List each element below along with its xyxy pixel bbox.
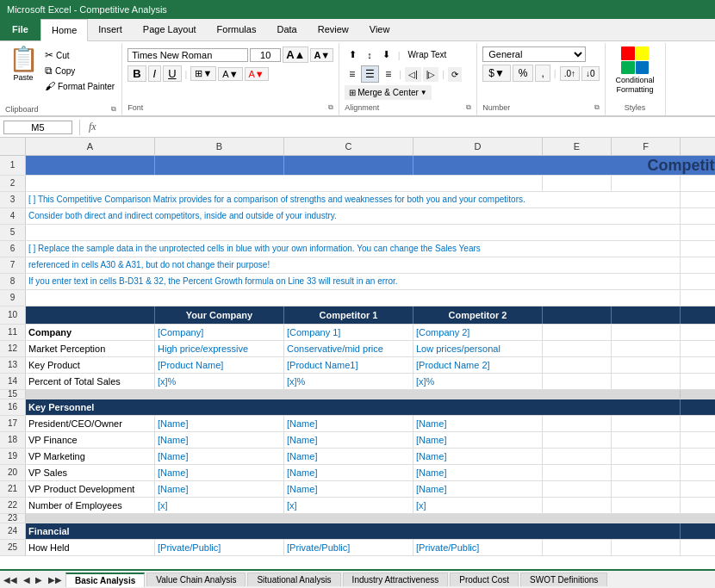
align-center-button[interactable]: ☰ — [361, 65, 379, 83]
cell[interactable]: Percent of Total Sales — [26, 374, 155, 389]
cell[interactable]: [x] — [284, 498, 413, 513]
cell-info[interactable]: referenced in cells A30 & A31, but do no… — [26, 257, 681, 273]
indent-decrease-button[interactable]: ◁| — [405, 67, 421, 82]
alignment-expand-icon[interactable]: ⧉ — [466, 103, 471, 112]
bold-button[interactable]: B — [127, 65, 146, 82]
cell[interactable] — [26, 156, 155, 175]
cell-header-competitor2[interactable]: Competitor 2 — [413, 306, 543, 324]
col-header-a[interactable]: A — [26, 138, 155, 155]
tab-home[interactable]: Home — [40, 19, 88, 41]
cell[interactable] — [612, 416, 681, 431]
cell[interactable]: VP Marketing — [26, 449, 155, 464]
col-header-f[interactable]: F — [612, 138, 681, 155]
cell[interactable]: [Company 2] — [413, 325, 543, 340]
indent-increase-button[interactable]: |▷ — [423, 67, 439, 82]
orientation-button[interactable]: ⟳ — [448, 67, 462, 82]
col-header-e[interactable]: E — [543, 138, 612, 155]
cell[interactable] — [26, 290, 681, 306]
cell[interactable] — [612, 374, 681, 389]
tab-page-layout[interactable]: Page Layout — [133, 18, 207, 40]
merge-center-button[interactable]: ⊞ Merge & Center ▼ — [345, 85, 432, 100]
cell[interactable]: [Product Name 2] — [413, 357, 543, 373]
cell[interactable] — [26, 306, 155, 324]
cell[interactable]: VP Finance — [26, 432, 155, 448]
cell[interactable]: [Name] — [155, 432, 284, 448]
cell[interactable]: Market Perception — [26, 341, 155, 356]
cell[interactable]: [Private/Public] — [284, 540, 413, 555]
clipboard-expand-icon[interactable]: ⧉ — [111, 105, 116, 114]
font-expand-icon[interactable]: ⧉ — [328, 103, 333, 112]
cell[interactable] — [612, 306, 681, 324]
decrease-decimal-button[interactable]: ↓0 — [581, 66, 600, 81]
cell[interactable] — [543, 432, 612, 448]
percent-button[interactable]: % — [513, 65, 534, 82]
underline-button[interactable]: U — [163, 65, 181, 82]
cell[interactable]: [Name] — [155, 449, 284, 464]
cell[interactable]: [Private/Public] — [155, 540, 284, 555]
cell-section[interactable]: Key Personnel — [26, 399, 681, 415]
cell[interactable]: [x]% — [413, 374, 543, 389]
tab-nav-last[interactable]: ▶▶ — [45, 575, 65, 585]
cell[interactable] — [155, 156, 284, 175]
cell-header-your-company[interactable]: Your Company — [155, 306, 284, 324]
cell[interactable]: [Name] — [155, 481, 284, 497]
cell[interactable] — [612, 481, 681, 497]
align-top-button[interactable]: ⬆ — [345, 46, 361, 63]
cell[interactable]: [Name] — [413, 416, 543, 431]
cell[interactable]: [x] — [413, 498, 543, 513]
sheet-tab-swot[interactable]: SWOT Definitions — [520, 573, 607, 586]
cell[interactable] — [26, 176, 543, 191]
align-left-button[interactable]: ≡ — [345, 65, 359, 83]
cell[interactable]: [Name] — [413, 432, 543, 448]
sheet-tab-industry[interactable]: Industry Attractiveness — [343, 573, 449, 586]
cell[interactable] — [612, 176, 681, 191]
tab-review[interactable]: Review — [308, 18, 359, 40]
paste-button[interactable]: 📋 Paste — [5, 45, 41, 84]
wrap-text-button[interactable]: Wrap Text — [404, 47, 451, 62]
increase-decimal-button[interactable]: .0↑ — [560, 66, 580, 81]
cell[interactable] — [543, 416, 612, 431]
cell[interactable] — [26, 390, 681, 399]
format-painter-button[interactable]: 🖌 Format Painter — [43, 79, 116, 93]
font-size-input[interactable] — [250, 48, 281, 62]
cut-button[interactable]: ✂ Cut — [43, 48, 116, 62]
cell[interactable]: [Name] — [284, 481, 413, 497]
cell[interactable]: Low prices/personal — [413, 341, 543, 356]
formula-input[interactable] — [102, 121, 715, 133]
cell-financial-section[interactable]: Financial — [26, 523, 681, 539]
col-header-b[interactable]: B — [155, 138, 284, 155]
cell-info[interactable]: If you enter text in cells B-D31 & 32, t… — [26, 274, 681, 289]
cell[interactable]: High price/expressive — [155, 341, 284, 356]
col-header-d[interactable]: D — [413, 138, 543, 155]
cell[interactable]: [Name] — [413, 449, 543, 464]
cell[interactable]: [x]% — [284, 374, 413, 389]
cell-info[interactable]: [ ] Replace the sample data in the unpro… — [26, 241, 681, 257]
cell-info[interactable]: [ ] This Competitive Comparison Matrix p… — [26, 192, 681, 207]
fill-color-button[interactable]: A▼ — [218, 67, 242, 81]
cell[interactable]: [Name] — [284, 449, 413, 464]
cell[interactable] — [612, 540, 681, 555]
cell[interactable]: [Name] — [413, 465, 543, 480]
cell[interactable] — [543, 341, 612, 356]
cell[interactable]: Key Product — [26, 357, 155, 373]
cell[interactable] — [26, 514, 681, 523]
tab-nav-fwd[interactable]: ▶ — [33, 575, 45, 585]
cell[interactable] — [612, 465, 681, 480]
cell[interactable] — [612, 357, 681, 373]
cell[interactable] — [612, 498, 681, 513]
cell[interactable]: [Company] — [155, 325, 284, 340]
font-name-input[interactable] — [127, 48, 248, 62]
cell[interactable] — [612, 341, 681, 356]
tab-view[interactable]: View — [359, 18, 401, 40]
tab-data[interactable]: Data — [266, 18, 307, 40]
cell[interactable] — [612, 432, 681, 448]
col-header-c[interactable]: C — [284, 138, 413, 155]
number-format-select[interactable]: General Number Currency Percentage — [482, 46, 586, 62]
cell[interactable]: VP Product Development — [26, 481, 155, 497]
cell[interactable]: [Name] — [155, 416, 284, 431]
cell[interactable] — [543, 306, 612, 324]
sheet-tab-value-chain[interactable]: Value Chain Analysis — [146, 573, 246, 586]
cell[interactable] — [543, 357, 612, 373]
cell[interactable]: [x] — [155, 498, 284, 513]
align-middle-button[interactable]: ↕ — [363, 47, 376, 63]
